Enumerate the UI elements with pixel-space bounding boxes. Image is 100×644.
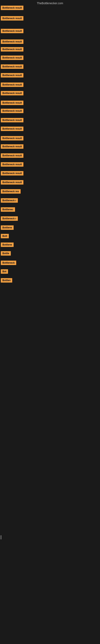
bottleneck-badge[interactable]: Bottleneck r xyxy=(1,216,18,221)
result-row: Bottleneck result xyxy=(0,6,100,15)
bottleneck-badge[interactable]: Bottlenec xyxy=(1,207,15,212)
bottleneck-badge[interactable]: Bottleneck result xyxy=(1,109,23,113)
result-row: Bottleneck result xyxy=(0,47,100,56)
result-row: Bottleneck result xyxy=(0,64,100,74)
bottleneck-badge[interactable]: Bottleneck result xyxy=(1,6,23,10)
result-row: Bottleneck result xyxy=(0,162,100,172)
result-row: Bottlenec xyxy=(0,207,100,216)
bottleneck-badge[interactable]: Bottleneck result xyxy=(1,16,23,20)
cursor-line xyxy=(1,535,1,539)
result-row: Bottleneck res xyxy=(0,189,100,198)
bottleneck-badge[interactable]: Bottlen xyxy=(1,278,12,282)
result-row: Bottlen xyxy=(0,278,100,288)
bottleneck-badge[interactable]: Bottleneck result xyxy=(1,29,23,33)
bottleneck-badge[interactable]: Bottleneck r xyxy=(1,198,18,203)
bottleneck-badge[interactable]: Bottleneck result xyxy=(1,126,23,131)
result-row: Bottleneck result xyxy=(0,82,100,92)
bottleneck-badge[interactable]: Bottleneck result xyxy=(1,64,23,69)
bottleneck-badge[interactable]: Bottleneck result xyxy=(1,82,23,87)
bottleneck-badge[interactable]: Bottleneck result xyxy=(1,180,23,184)
bottleneck-badge[interactable]: Bottleneck result xyxy=(1,56,23,60)
result-row: Bottleneck r xyxy=(0,216,100,226)
result-row: Bottleneck r xyxy=(0,198,100,208)
result-row: Bottleneck result xyxy=(0,171,100,180)
result-row: Bottlene xyxy=(0,226,100,235)
result-row: Bottleneck result xyxy=(0,16,100,25)
bottleneck-badge[interactable]: Bottleneck result xyxy=(1,136,23,140)
bottleneck-badge[interactable]: Bottleneck result xyxy=(1,91,23,96)
result-row: Bottleneck result xyxy=(0,136,100,145)
result-row: Bottle xyxy=(0,251,100,260)
result-row: Bott xyxy=(0,234,100,243)
bottleneck-badge[interactable]: Bottlene xyxy=(1,242,14,247)
bottleneck-badge[interactable]: Bottleneck result xyxy=(1,153,23,158)
bottleneck-badge[interactable]: Bottleneck result xyxy=(1,73,23,78)
bottleneck-badge[interactable]: Bottle xyxy=(1,251,11,256)
result-row: Bottleneck result xyxy=(0,144,100,154)
result-row: Bottleneck result xyxy=(0,153,100,162)
bottleneck-badge[interactable]: Bottleneck result xyxy=(1,144,23,149)
result-row: Bottleneck result xyxy=(0,126,100,136)
result-row: Bottleneck result xyxy=(0,109,100,118)
bottleneck-badge[interactable]: Bottleneck xyxy=(1,260,16,265)
result-row: Bottleneck result xyxy=(0,180,100,190)
result-row: Bottleneck xyxy=(0,260,100,270)
result-row: Bottleneck result xyxy=(0,91,100,100)
bottleneck-badge[interactable]: Bottleneck result xyxy=(1,118,23,122)
bottleneck-badge[interactable]: Bottlene xyxy=(1,226,14,230)
bottleneck-badge[interactable]: Bottleneck result xyxy=(1,100,23,105)
bottleneck-badge[interactable]: Bot xyxy=(1,269,8,274)
result-row: Bottleneck result xyxy=(0,118,100,127)
bottleneck-badge[interactable]: Bottleneck result xyxy=(1,162,23,167)
bottleneck-badge[interactable]: Bott xyxy=(1,234,9,238)
bottleneck-badge[interactable]: Bottleneck result xyxy=(1,40,23,44)
bottleneck-badge[interactable]: Bottleneck result xyxy=(1,171,23,176)
bottleneck-badge[interactable]: Bottleneck result xyxy=(1,47,23,52)
result-row: Bottleneck result xyxy=(0,73,100,82)
result-row: Bottlene xyxy=(0,242,100,252)
bottleneck-badge[interactable]: Bottleneck res xyxy=(1,189,21,194)
result-row: Bot xyxy=(0,269,100,278)
result-row: Bottleneck result xyxy=(0,29,100,38)
result-row: Bottleneck result xyxy=(0,56,100,65)
page-container: TheBottlenecker.com Bottleneck resultBot… xyxy=(0,0,100,644)
